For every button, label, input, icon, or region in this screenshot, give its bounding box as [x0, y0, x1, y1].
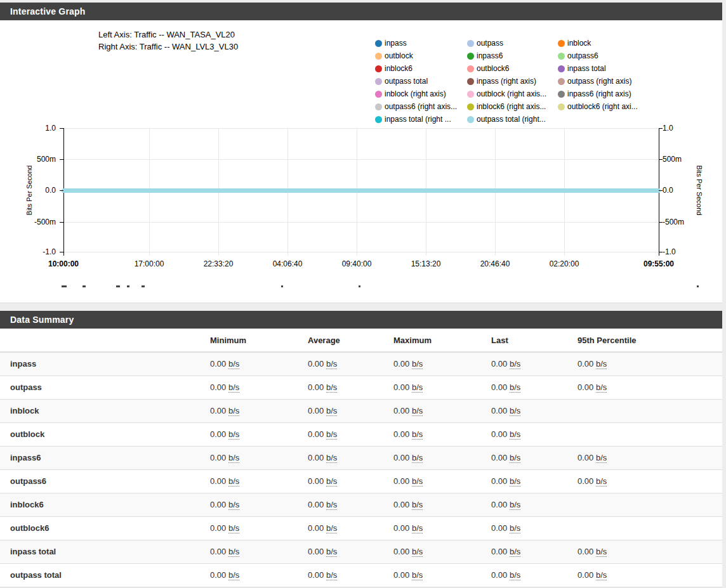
unit-abbr: b/s: [412, 382, 423, 393]
horizontal-gridline: [63, 222, 659, 223]
legend-item[interactable]: outpass (right axis): [558, 77, 719, 86]
summary-value-max: 0.00 b/s: [393, 352, 491, 376]
legend-item-label: outblock6: [477, 64, 509, 73]
summary-value-last: 0.00 b/s: [491, 422, 578, 446]
summary-value-p95: 0.00 b/s: [578, 352, 722, 376]
unit-abbr: b/s: [412, 406, 423, 416]
summary-value-last: 0.00 b/s: [491, 469, 578, 493]
left-y-tick-label: -500m: [19, 218, 56, 226]
legend-item[interactable]: outblock (right axis...: [467, 89, 558, 98]
summary-value-max: 0.00 b/s: [393, 446, 491, 469]
series-color-dot: [558, 78, 565, 85]
summary-value-avg: 0.00 b/s: [308, 469, 393, 493]
legend-item-label: outpass: [477, 39, 503, 48]
series-color-dot: [467, 65, 474, 72]
summary-row: outpass0.00 b/s0.00 b/s0.00 b/s0.00 b/s0…: [0, 376, 722, 399]
summary-value-avg: 0.00 b/s: [308, 352, 393, 376]
summary-value-p95: 0.00 b/s: [578, 563, 722, 587]
legend-item-label: outpass6 (right axis...: [385, 102, 457, 111]
series-color-dot: [467, 53, 474, 60]
legend-item-label: inpass6 (right axis): [567, 89, 631, 98]
legend-item[interactable]: inblock6 (right axis...: [467, 102, 558, 111]
unit-abbr: b/s: [510, 500, 520, 510]
legend-item[interactable]: outpass total (right...: [467, 115, 558, 124]
summary-value-avg: 0.00 b/s: [308, 516, 393, 540]
summary-value-min: 0.00 b/s: [210, 352, 308, 376]
legend-item[interactable]: outpass6: [558, 51, 719, 60]
summary-value-max: 0.00 b/s: [393, 516, 491, 540]
x-tick-label: 22:33:20: [204, 259, 234, 268]
summary-value-p95: 0.00 b/s: [578, 376, 722, 399]
left-axis-tick: [60, 252, 63, 252]
unit-abbr: b/s: [326, 500, 337, 510]
interactive-graph-header: Interactive Graph: [0, 3, 722, 20]
legend-item[interactable]: outblock6 (right axi...: [558, 102, 719, 111]
summary-row-label: outpass: [0, 376, 210, 399]
series-color-dot: [558, 103, 565, 110]
unit-abbr: b/s: [326, 382, 337, 393]
unit-abbr: b/s: [412, 359, 423, 369]
legend-item[interactable]: outpass6 (right axis...: [375, 102, 467, 111]
unit-abbr: b/s: [596, 453, 607, 463]
legend-item[interactable]: inblock6: [375, 64, 467, 73]
interactive-graph-panel: Interactive Graph Left Axis: Traffic -- …: [0, 3, 722, 303]
legend-item[interactable]: outblock6: [467, 64, 558, 73]
summary-row: outpass total0.00 b/s0.00 b/s0.00 b/s0.0…: [0, 563, 722, 587]
legend-item[interactable]: inblock: [558, 39, 719, 48]
summary-row: inblock0.00 b/s0.00 b/s0.00 b/s0.00 b/s: [0, 399, 722, 422]
series-color-dot: [375, 40, 382, 47]
summary-value-max: 0.00 b/s: [393, 399, 491, 422]
summary-row: inpass60.00 b/s0.00 b/s0.00 b/s0.00 b/s0…: [0, 446, 722, 469]
summary-value-last: 0.00 b/s: [491, 399, 578, 422]
legend-item[interactable]: inpass: [375, 39, 467, 48]
summary-value-last: 0.00 b/s: [491, 493, 578, 516]
unit-abbr: b/s: [326, 476, 337, 487]
legend-item-label: inblock6 (right axis...: [477, 102, 546, 111]
summary-col-blank: [0, 329, 210, 352]
legend-item[interactable]: inpass total (right ...: [375, 115, 467, 124]
series-color-dot: [558, 65, 565, 72]
legend-item[interactable]: inpass total: [558, 64, 719, 73]
legend-item[interactable]: outpass total: [375, 77, 467, 86]
legend-item[interactable]: outpass: [467, 39, 558, 48]
unit-abbr: b/s: [412, 570, 423, 580]
summary-value-min: 0.00 b/s: [210, 376, 308, 399]
summary-row: inblock60.00 b/s0.00 b/s0.00 b/s0.00 b/s: [0, 493, 722, 516]
unit-abbr: b/s: [412, 429, 423, 440]
right-y-tick-label: -500m: [663, 218, 684, 226]
summary-row-label: outpass6: [0, 469, 210, 493]
summary-col-maximum: Maximum: [393, 329, 491, 352]
summary-value-min: 0.00 b/s: [210, 422, 308, 446]
legend-item[interactable]: outblock: [375, 51, 467, 60]
unit-abbr: b/s: [228, 523, 239, 533]
summary-value-last: 0.00 b/s: [491, 352, 578, 376]
series-color-dot: [467, 78, 474, 85]
graph-body: Left Axis: Traffic -- WAN_TASA_VL20 Righ…: [0, 20, 722, 303]
series-color-dot: [375, 53, 382, 60]
unit-abbr: b/s: [510, 476, 520, 487]
data-summary-panel: Data Summary Minimum Average Maximum Las…: [0, 311, 722, 587]
summary-col-average: Average: [308, 329, 393, 352]
legend-item[interactable]: inpass6 (right axis): [558, 89, 719, 98]
legend-item-label: inblock: [567, 39, 591, 48]
unit-abbr: b/s: [596, 547, 607, 557]
zero-traffic-line: [62, 188, 661, 193]
legend-item-label: inblock6: [385, 64, 412, 73]
left-y-tick-label: 0.0: [19, 186, 56, 195]
summary-row: inpass total0.00 b/s0.00 b/s0.00 b/s0.00…: [0, 540, 722, 563]
legend-item-label: inpass: [385, 39, 407, 48]
x-tick-label: 09:55:00: [644, 259, 674, 268]
graph-axis-titles: Left Axis: Traffic -- WAN_TASA_VL20 Righ…: [98, 29, 238, 53]
summary-table-body: inpass0.00 b/s0.00 b/s0.00 b/s0.00 b/s0.…: [0, 352, 722, 587]
summary-row-label: outblock6: [0, 516, 210, 540]
unit-abbr: b/s: [228, 547, 239, 557]
series-color-dot: [558, 91, 565, 98]
legend-item[interactable]: inblock (right axis): [375, 89, 467, 98]
summary-value-p95: [578, 399, 722, 422]
x-tick-label: 15:13:20: [411, 259, 441, 268]
summary-col-95th: 95th Percentile: [578, 329, 722, 352]
summary-row-label: inpass total: [0, 540, 210, 563]
summary-row-label: outblock: [0, 422, 210, 446]
legend-item[interactable]: inpass6: [467, 51, 558, 60]
legend-item[interactable]: inpass (right axis): [467, 77, 558, 86]
